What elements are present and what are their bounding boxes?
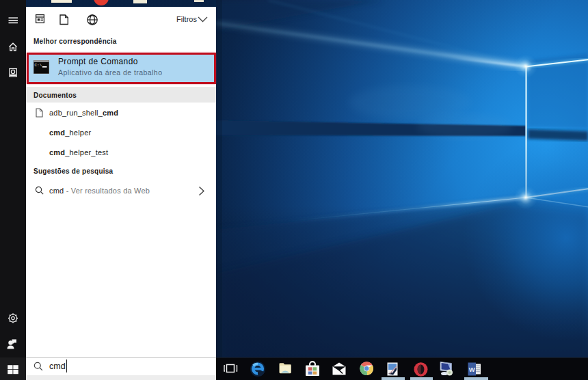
svg-text:W: W — [469, 366, 475, 373]
svg-text:C:\: C:\ — [34, 62, 42, 67]
